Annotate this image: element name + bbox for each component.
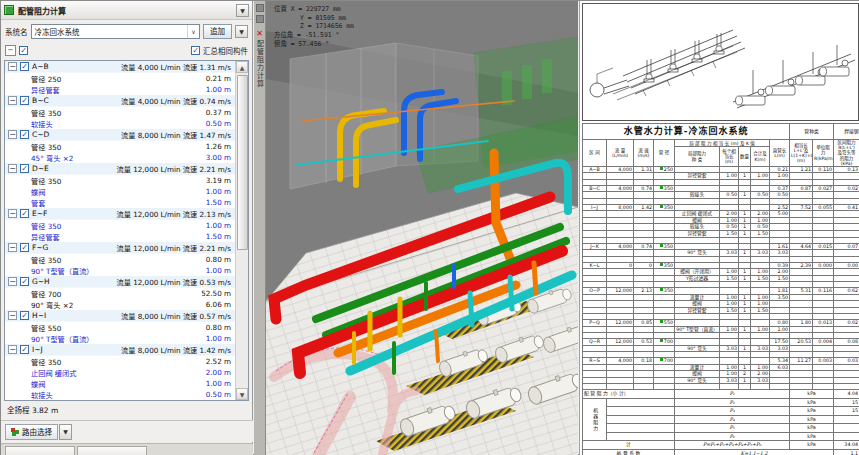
margin-label: 裕 量 系 数 <box>583 449 675 455</box>
summary-formula: P₅ <box>675 424 790 433</box>
group-flow-velocity: 流量 12,000 L/min 流速 2.21 m/s <box>117 243 231 253</box>
group-checkbox[interactable]: ✓ <box>20 164 29 173</box>
collapse-icon[interactable]: − <box>8 164 17 173</box>
col-header-straight-length: 直管长 L(m) <box>770 140 790 167</box>
route-dropdown-button[interactable]: ▼ <box>59 424 72 440</box>
list-group-row[interactable]: −✓A~B流量 4,000 L/min 流速 1.31 m/s <box>5 61 248 73</box>
list-item-row[interactable]: 管径 3502.52 m <box>5 356 248 367</box>
group-flow-velocity: 流量 8,000 L/min 流速 0.57 m/s <box>121 311 231 321</box>
system-name-combobox[interactable]: 冷冻回水系统 ∨ <box>31 24 201 39</box>
list-item-row[interactable]: 管径 3500.80 m <box>5 254 248 265</box>
cutoff-button-2[interactable] <box>77 446 147 455</box>
collapse-icon[interactable]: − <box>8 277 17 286</box>
collapse-icon[interactable]: − <box>8 209 17 218</box>
list-item-row[interactable]: 蝶阀1.00 m <box>5 186 248 197</box>
summarize-label: 汇总相同构件 <box>203 45 248 56</box>
collapse-icon[interactable]: − <box>8 96 17 105</box>
summary-value: 4.04 <box>834 390 859 399</box>
list-item-row[interactable]: 异径管套1.50 m <box>5 231 248 242</box>
list-item-row[interactable]: 蝶阀1.00 m <box>5 378 248 389</box>
combobox-arrow-icon[interactable]: ∨ <box>187 25 199 38</box>
docked-tab-title[interactable]: 配管阻力计算 <box>255 40 265 88</box>
list-group-row[interactable]: −✓I~J流量 8,000 L/min 流速 1.42 m/s <box>5 344 248 356</box>
list-group-row[interactable]: −✓H~I流量 8,000 L/min 流速 0.57 m/s <box>5 310 248 322</box>
collapse-all-button[interactable]: − <box>5 45 16 56</box>
route-select-button[interactable]: 路由选择 <box>5 424 58 440</box>
item-value: 52.50 m <box>201 289 231 298</box>
col-header-diameter: 管 径 <box>654 140 675 167</box>
item-value: 3.19 m <box>206 176 231 185</box>
collapse-icon[interactable]: − <box>8 62 17 71</box>
collapse-icon[interactable]: − <box>8 130 17 139</box>
list-item-row[interactable]: 45° 弯头 ×23.00 m <box>5 152 248 163</box>
check-all-checkbox[interactable]: ✓ <box>19 46 28 55</box>
list-item-row[interactable]: 管径 5500.80 m <box>5 322 248 333</box>
cutoff-button-1[interactable] <box>5 446 75 455</box>
collapse-icon[interactable]: − <box>8 243 17 252</box>
collapse-icon[interactable]: − <box>8 311 17 320</box>
group-flow-velocity: 流量 12,000 L/min 流速 2.13 m/s <box>117 209 231 219</box>
list-item-row[interactable]: 软接头0.50 m <box>5 389 248 400</box>
list-group-row[interactable]: −✓E~F流量 12,000 L/min 流速 2.13 m/s <box>5 208 248 220</box>
item-value: 0.80 m <box>206 255 231 264</box>
pipe-type-value: 焊接钢管[黑] <box>834 124 859 140</box>
summarize-checkbox[interactable]: ✓ <box>191 46 200 55</box>
list-group-row[interactable]: −✓F~G流量 12,000 L/min 流速 2.21 m/s <box>5 242 248 254</box>
list-group-row[interactable]: −✓C~D流量 8,000 L/min 流速 1.47 m/s <box>5 129 248 141</box>
scroll-up-icon[interactable]: ▲ <box>236 61 248 73</box>
scroll-down-icon[interactable]: ▼ <box>236 388 248 400</box>
group-checkbox[interactable]: ✓ <box>20 209 29 218</box>
3d-viewport[interactable]: ✕ 配管阻力计算 位置 X = 229727 mm Y = 81505 mm Z… <box>254 1 578 455</box>
revision-mark-icon <box>660 288 663 291</box>
list-item-row[interactable]: 止回阀 缓闭式2.00 m <box>5 367 248 378</box>
panel-menu-button[interactable]: ▼ <box>236 4 249 17</box>
group-checkbox[interactable]: ✓ <box>20 62 29 71</box>
list-scrollbar[interactable]: ▲ ▼ <box>235 61 248 400</box>
group-checkbox[interactable]: ✓ <box>20 311 29 320</box>
item-value: 0.80 m <box>206 323 231 332</box>
list-item-row[interactable]: 管径 2500.21 m <box>5 73 248 84</box>
list-item-row[interactable]: 管径 70052.50 m <box>5 288 248 299</box>
dock-icon[interactable] <box>256 15 264 23</box>
item-label: 软接头 <box>31 390 53 400</box>
machine-resistance-label: 机器阻力 <box>583 398 607 441</box>
list-item-row[interactable]: 管径 3501.26 m <box>5 141 248 152</box>
overlay-line: Y = 81505 mm <box>274 14 354 23</box>
list-item-row[interactable]: 异径管套1.00 m <box>5 84 248 95</box>
list-group-row[interactable]: −✓B~C流量 4,000 L/min 流速 0.74 m/s <box>5 95 248 107</box>
group-checkbox[interactable]: ✓ <box>20 130 29 139</box>
item-value: 2.00 m <box>206 368 231 377</box>
list-item-row[interactable]: 软接头0.50 m <box>5 118 248 129</box>
summary-unit: kPa <box>790 407 834 416</box>
group-checkbox[interactable]: ✓ <box>20 345 29 354</box>
list-item-row[interactable]: 90° T型管（直流）1.00 m <box>5 333 248 344</box>
add-dropdown-button[interactable]: ▼ <box>235 25 248 38</box>
list-group-row[interactable]: −✓G~H流量 12,000 L/min 流速 0.53 m/s <box>5 276 248 288</box>
list-item-row[interactable]: 管套1.50 m <box>5 197 248 208</box>
group-checkbox[interactable]: ✓ <box>20 96 29 105</box>
docked-tab-strip: ✕ 配管阻力计算 <box>254 1 266 455</box>
list-item-row[interactable]: 90° 弯头 ×26.06 m <box>5 299 248 310</box>
add-button[interactable]: 追加 <box>203 24 232 39</box>
item-value: 0.37 m <box>206 108 231 117</box>
collapse-icon[interactable]: − <box>8 345 17 354</box>
item-value: 1.00 m <box>206 379 231 388</box>
item-value: 1.50 m <box>206 232 231 241</box>
item-value: 1.00 m <box>206 85 231 94</box>
list-item-row[interactable]: 管径 3500.37 m <box>5 107 248 118</box>
list-item-row[interactable]: 90° T型管（直流）1.00 m <box>5 265 248 276</box>
group-checkbox[interactable]: ✓ <box>20 243 29 252</box>
pipe-segment-list[interactable]: −✓A~B流量 4,000 L/min 流速 1.31 m/s管径 2500.2… <box>4 60 249 401</box>
panel-title-bar: 配管阻力计算 ▼ <box>1 1 252 20</box>
list-item-row[interactable]: 管径 3501.00 m <box>5 220 248 231</box>
total-formula: P=P₁+P₂+P₃+P₄+P₅+P₆ <box>675 441 790 450</box>
group-checkbox[interactable]: ✓ <box>20 277 29 286</box>
scrollbar-thumb[interactable] <box>237 75 248 250</box>
list-item-row[interactable]: 管径 3503.19 m <box>5 175 248 186</box>
item-label: 异径管套 <box>31 232 60 242</box>
list-group-row[interactable]: −✓D~E流量 12,000 L/min 流速 2.21 m/s <box>5 163 248 175</box>
pin-icon[interactable] <box>256 4 264 12</box>
close-icon[interactable]: ✕ <box>255 29 264 38</box>
cell-empty <box>607 415 675 424</box>
col-header-section-resistance: 区间阻力 R(L+L') 及弯头等 的阻力 (kPa) <box>834 140 859 167</box>
